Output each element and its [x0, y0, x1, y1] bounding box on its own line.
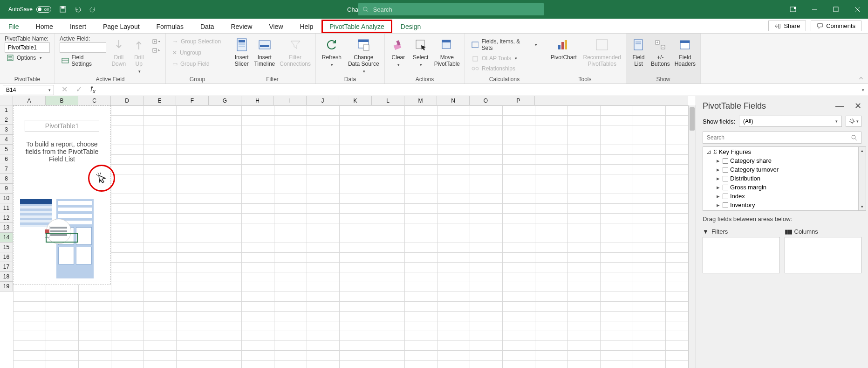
tree-item[interactable]: ▸Index	[703, 192, 866, 201]
refresh-button[interactable]: Refresh▾	[321, 35, 343, 67]
show-fields-dropdown[interactable]: (All) ▾	[739, 116, 842, 127]
column-headers[interactable]: ABCDEFGHIJKLMNOP	[13, 96, 688, 105]
column-header[interactable]: G	[209, 96, 241, 105]
collapse-ribbon-icon[interactable]	[857, 75, 865, 82]
column-header[interactable]: J	[307, 96, 339, 105]
fields-search-input[interactable]	[707, 134, 851, 141]
move-pivottable-button[interactable]: Move PivotTable	[434, 35, 460, 67]
column-header[interactable]: E	[144, 96, 176, 105]
tree-item[interactable]: ▸Category share	[703, 156, 866, 165]
tree-item[interactable]: ▸Gross margin	[703, 183, 866, 192]
column-header[interactable]: F	[176, 96, 209, 105]
tree-root-key-figures[interactable]: ⊿Σ Key Figures	[703, 147, 866, 156]
column-header[interactable]: C	[78, 96, 111, 105]
tab-view[interactable]: View	[260, 20, 291, 33]
name-box[interactable]: B14 ▾	[3, 85, 54, 95]
worksheet-grid[interactable]: ABCDEFGHIJKLMNOP 12345678910111213141516…	[0, 96, 696, 368]
save-icon[interactable]	[59, 5, 67, 14]
minimize-icon[interactable]	[804, 0, 825, 19]
tab-design[interactable]: Design	[392, 20, 430, 33]
fields-pane-close-icon[interactable]: ✕	[854, 101, 861, 111]
column-header[interactable]: O	[470, 96, 502, 105]
ribbon-display-icon[interactable]	[782, 0, 804, 19]
tree-item[interactable]: ▸Inventory	[703, 201, 866, 209]
row-header[interactable]: 8	[0, 174, 13, 184]
tree-item[interactable]: ▸Category turnover	[703, 165, 866, 174]
column-header[interactable]: I	[274, 96, 307, 105]
pivottable-placeholder[interactable]: PivotTable1 To build a report, choose fi…	[13, 105, 111, 285]
fields-pane-settings-button[interactable]: ▾	[846, 116, 861, 127]
pivottable-name-input[interactable]	[5, 42, 50, 53]
select-all-corner[interactable]	[0, 96, 13, 105]
plus-minus-buttons-button[interactable]: +/- Buttons	[651, 35, 670, 67]
autosave-toggle[interactable]: AutoSave Off	[8, 6, 51, 13]
share-button[interactable]: Share	[768, 21, 806, 31]
fields-pane-minimize-icon[interactable]: —	[835, 101, 844, 111]
autosave-state[interactable]: Off	[36, 6, 51, 13]
row-header[interactable]: 3	[0, 125, 13, 135]
row-header[interactable]: 2	[0, 115, 13, 125]
chevron-down-icon[interactable]: ▾	[48, 88, 51, 92]
row-header[interactable]: 9	[0, 184, 13, 194]
row-header[interactable]: 18	[0, 272, 13, 282]
active-field-input[interactable]	[60, 42, 106, 53]
select-button[interactable]: Select▾	[412, 35, 430, 67]
tab-formulas[interactable]: Formulas	[148, 20, 192, 33]
insert-slicer-button[interactable]: Insert Slicer	[234, 35, 249, 67]
fields-items-sets-button[interactable]: Fields, Items, & Sets▾	[470, 37, 539, 52]
column-header[interactable]: B	[46, 96, 78, 105]
change-data-source-button[interactable]: Change Data Source▾	[348, 35, 380, 74]
maximize-icon[interactable]	[825, 0, 847, 19]
fx-icon[interactable]: fx	[90, 85, 96, 95]
row-headers[interactable]: 12345678910111213141516171819	[0, 105, 13, 292]
redo-icon[interactable]	[89, 5, 97, 14]
clear-button[interactable]: Clear▾	[390, 35, 407, 67]
column-header[interactable]: H	[241, 96, 274, 105]
column-header[interactable]: P	[502, 96, 535, 105]
row-header[interactable]: 17	[0, 262, 13, 272]
insert-timeline-button[interactable]: Insert Timeline	[254, 35, 275, 67]
tab-pivottable-analyze[interactable]: PivotTable Analyze	[321, 20, 392, 33]
tree-item[interactable]: ▸Distribution	[703, 174, 866, 183]
tab-insert[interactable]: Insert	[62, 20, 95, 33]
column-header[interactable]: M	[404, 96, 437, 105]
column-header[interactable]: D	[111, 96, 144, 105]
row-header[interactable]: 5	[0, 145, 13, 154]
undo-icon[interactable]	[74, 5, 82, 14]
tree-scrollbar[interactable]: ▴▾	[858, 147, 866, 210]
row-header[interactable]: 12	[0, 213, 13, 223]
fields-tree[interactable]: ⊿Σ Key Figures ▸Category share▸Category …	[703, 146, 866, 211]
row-header[interactable]: 7	[0, 164, 13, 174]
search-box[interactable]	[358, 3, 544, 15]
row-header[interactable]: 14	[0, 233, 13, 243]
field-list-button[interactable]: Field List	[631, 35, 646, 67]
row-header[interactable]: 1	[0, 105, 13, 115]
row-header[interactable]: 16	[0, 252, 13, 262]
tab-data[interactable]: Data	[192, 20, 223, 33]
columns-drop-area[interactable]	[785, 237, 862, 273]
row-header[interactable]: 19	[0, 282, 13, 292]
field-settings-button[interactable]: Field Settings	[60, 53, 106, 68]
expand-field-icon[interactable]	[151, 39, 161, 45]
options-button[interactable]: Options▾	[5, 53, 50, 62]
fields-search-box[interactable]	[703, 132, 861, 144]
row-header[interactable]: 10	[0, 194, 13, 203]
row-header[interactable]: 4	[0, 135, 13, 145]
row-header[interactable]: 13	[0, 223, 13, 233]
field-headers-button[interactable]: Field Headers	[675, 35, 696, 67]
tab-review[interactable]: Review	[223, 20, 261, 33]
collapse-field-icon[interactable]	[151, 48, 161, 54]
row-header[interactable]: 15	[0, 243, 13, 252]
close-icon[interactable]	[847, 0, 868, 19]
vertical-scrollbar[interactable]	[688, 105, 696, 368]
row-header[interactable]: 6	[0, 154, 13, 164]
column-header[interactable]: K	[339, 96, 372, 105]
column-header[interactable]: A	[13, 96, 46, 105]
tab-home[interactable]: Home	[27, 20, 62, 33]
filters-drop-area[interactable]	[703, 237, 780, 273]
expand-formula-icon[interactable]: ▾	[862, 88, 864, 92]
comments-button[interactable]: Comments	[811, 21, 861, 31]
row-header[interactable]: 11	[0, 203, 13, 213]
search-input[interactable]	[373, 6, 540, 13]
tab-help[interactable]: Help	[292, 20, 322, 33]
